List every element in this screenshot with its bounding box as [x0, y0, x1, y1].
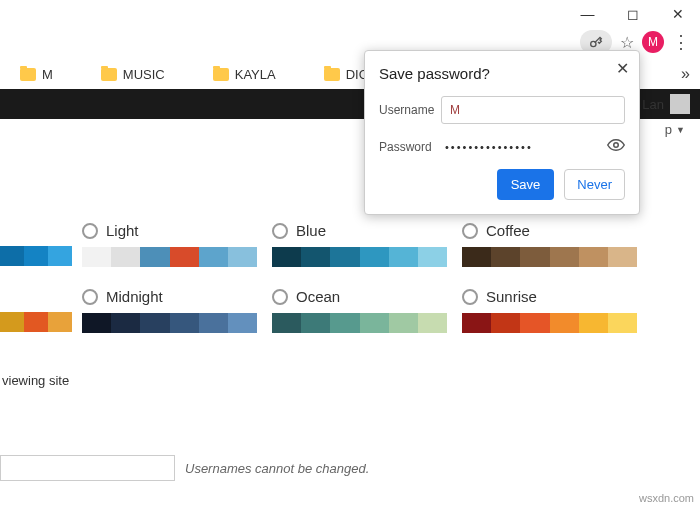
theme-label: Light	[106, 222, 139, 239]
bookmark-star-icon[interactable]: ☆	[620, 33, 634, 52]
site-user-avatar	[670, 94, 690, 114]
folder-icon	[324, 68, 340, 81]
theme-option[interactable]: Light	[82, 222, 262, 267]
bookmarks-overflow-icon[interactable]: »	[681, 65, 690, 83]
bookmark-label: KAYLA	[235, 67, 276, 82]
radio-icon[interactable]	[462, 289, 478, 305]
folder-icon	[213, 68, 229, 81]
theme-label: Ocean	[296, 288, 340, 305]
folder-icon	[20, 68, 36, 81]
save-password-dialog: ✕ Save password? Username Password •••••…	[364, 50, 640, 215]
radio-icon[interactable]	[272, 223, 288, 239]
username-field[interactable]	[0, 455, 175, 481]
chevron-down-icon: ▼	[676, 125, 685, 135]
bookmark-item[interactable]: MUSIC	[101, 67, 165, 82]
never-button[interactable]: Never	[564, 169, 625, 200]
radio-icon[interactable]	[462, 223, 478, 239]
theme-option[interactable]: Midnight	[82, 288, 262, 333]
bookmark-label: MUSIC	[123, 67, 165, 82]
theme-swatch	[462, 313, 637, 333]
maximize-button[interactable]: ◻	[610, 0, 655, 28]
theme-option[interactable]: Ocean	[272, 288, 452, 333]
theme-swatch	[462, 247, 637, 267]
bookmark-item[interactable]: M	[20, 67, 53, 82]
theme-label: Midnight	[106, 288, 163, 305]
theme-swatch-partial	[0, 312, 72, 332]
watermark: wsxdn.com	[639, 492, 694, 504]
site-user-area[interactable]: u Lan	[631, 89, 690, 119]
viewing-site-label: viewing site	[2, 373, 69, 388]
reveal-password-icon[interactable]	[607, 136, 625, 157]
svg-point-1	[614, 143, 619, 148]
theme-label: Blue	[296, 222, 326, 239]
password-value: •••••••••••••••	[441, 141, 607, 153]
minimize-button[interactable]: —	[565, 0, 610, 28]
username-note: Usernames cannot be changed.	[185, 461, 369, 476]
theme-option[interactable]: Blue	[272, 222, 452, 267]
theme-swatch-partial	[0, 246, 72, 266]
bookmark-item[interactable]: KAYLA	[213, 67, 276, 82]
dropdown-label: p	[665, 122, 672, 137]
theme-swatch	[82, 313, 257, 333]
theme-swatch	[82, 247, 257, 267]
site-dropdown[interactable]: p ▼	[665, 122, 685, 137]
username-input[interactable]	[441, 96, 625, 124]
bookmark-label: M	[42, 67, 53, 82]
close-window-button[interactable]: ✕	[655, 0, 700, 28]
radio-icon[interactable]	[272, 289, 288, 305]
radio-icon[interactable]	[82, 223, 98, 239]
theme-label: Sunrise	[486, 288, 537, 305]
theme-swatch	[272, 313, 447, 333]
radio-icon[interactable]	[82, 289, 98, 305]
folder-icon	[101, 68, 117, 81]
theme-label: Coffee	[486, 222, 530, 239]
username-label: Username	[379, 103, 441, 117]
theme-swatch	[272, 247, 447, 267]
profile-avatar[interactable]: M	[642, 31, 664, 53]
theme-option[interactable]: Coffee	[462, 222, 642, 267]
dialog-close-button[interactable]: ✕	[616, 59, 629, 78]
password-label: Password	[379, 140, 441, 154]
browser-menu-icon[interactable]: ⋮	[672, 31, 690, 53]
theme-option[interactable]: Sunrise	[462, 288, 642, 333]
save-button[interactable]: Save	[497, 169, 555, 200]
dialog-title: Save password?	[379, 65, 625, 82]
